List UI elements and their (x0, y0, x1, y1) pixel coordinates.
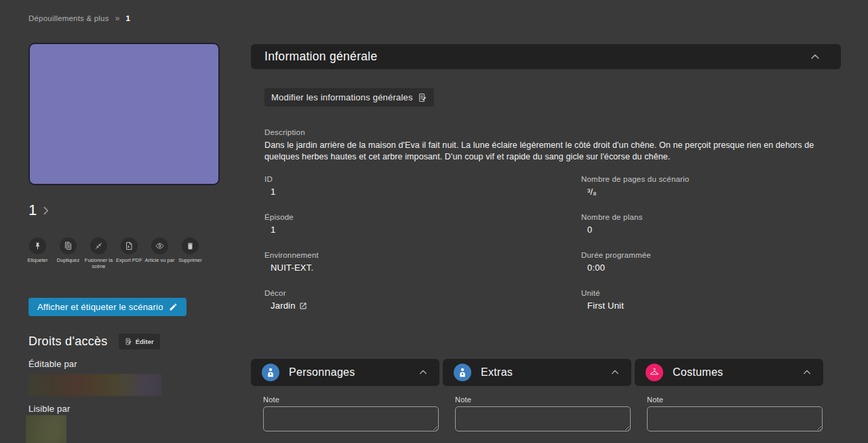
note-label: Note (647, 396, 823, 404)
view-and-tag-script-button[interactable]: Afficher et étiqueter le scénario (28, 298, 186, 316)
field-shot-count: Nombre de plans 0 (581, 213, 689, 251)
extras-panel: Extras Note (443, 359, 631, 434)
chevron-up-icon[interactable] (610, 367, 620, 378)
chevron-up-icon[interactable] (418, 367, 429, 378)
duplicate-button[interactable]: Dupliquez (53, 237, 83, 263)
scene-actions: Etiqueter Dupliquez Fusionner la scène (22, 237, 205, 269)
general-info-title: Information générale (264, 50, 378, 64)
scene-detail-page: Dépouillements & plus » 1 1 Etiqueter (0, 0, 868, 443)
costumes-note-input[interactable] (647, 406, 823, 431)
readable-by-users-image (26, 415, 66, 443)
characters-panel: Personnages Note (251, 359, 439, 434)
scene-title: 1 (28, 201, 37, 219)
set-link[interactable]: Jardin (271, 301, 296, 311)
hanger-icon (646, 364, 663, 381)
access-rights-title: Droits d'accès (28, 334, 108, 349)
field-id: ID 1 (264, 175, 319, 213)
costumes-panel: Costumes Note (635, 359, 823, 434)
delete-button[interactable]: Supprimer (175, 237, 205, 263)
pin-icon (29, 237, 46, 254)
trash-icon (182, 237, 199, 254)
eye-icon (151, 237, 168, 254)
extras-panel-header[interactable]: Extras (443, 359, 631, 386)
duplicate-icon (60, 237, 77, 254)
character-icon (262, 364, 279, 381)
character-icon (454, 364, 471, 381)
edit-document-icon (418, 93, 427, 102)
description-text: Dans le jardin arrière de la maison d'Ev… (264, 140, 822, 162)
field-environment: Environnement NUIT-EXT. (264, 251, 319, 289)
general-info-fields-right: Nombre de pages du scénario ³/₈ Nombre d… (581, 175, 689, 327)
field-unit: Unité First Unit (581, 289, 689, 327)
editable-by-users-image (28, 374, 161, 396)
merge-scene-button[interactable]: Fusionner la scène (83, 237, 114, 269)
pdf-icon: A (121, 237, 138, 254)
description-label: Description (264, 128, 305, 136)
breadcrumb-current: 1 (126, 14, 131, 22)
editable-by-label: Éditable par (28, 359, 77, 369)
chevron-up-icon[interactable] (809, 51, 821, 63)
field-set: Décor Jardin (264, 289, 319, 327)
breadcrumb-separator-icon: » (115, 14, 120, 23)
edit-access-rights-button[interactable]: Éditer (119, 334, 160, 349)
external-link-icon[interactable] (299, 302, 307, 310)
general-info-header[interactable]: Information générale (251, 44, 841, 69)
edit-document-icon (125, 338, 132, 345)
export-pdf-button[interactable]: A Export PDF (114, 237, 144, 263)
scene-thumbnail[interactable] (28, 43, 220, 185)
tag-button[interactable]: Etiqueter (22, 237, 53, 263)
chevron-up-icon[interactable] (802, 367, 812, 378)
breadcrumb-parent-link[interactable]: Dépouillements & plus (28, 14, 109, 22)
viewed-by-button[interactable]: Article vu par (144, 237, 175, 263)
field-script-pages: Nombre de pages du scénario ³/₈ (581, 175, 689, 213)
general-info-fields-left: ID 1 Épisode 1 Environnement NUIT-EXT. D… (264, 175, 319, 327)
chevron-right-icon[interactable] (40, 205, 52, 216)
breadcrumb: Dépouillements & plus » 1 (28, 14, 130, 23)
access-rights-header: Droits d'accès Éditer (28, 334, 160, 349)
field-episode: Épisode 1 (264, 213, 319, 251)
edit-general-info-button[interactable]: Modifier les informations générales (264, 88, 434, 107)
characters-note-input[interactable] (263, 406, 439, 431)
pencil-icon (169, 303, 178, 311)
merge-icon (90, 237, 107, 254)
scene-title-row: 1 (28, 201, 52, 219)
extras-note-input[interactable] (455, 406, 631, 431)
note-label: Note (455, 396, 631, 404)
costumes-panel-header[interactable]: Costumes (635, 359, 823, 386)
svg-text:A: A (127, 246, 130, 248)
note-label: Note (263, 396, 439, 404)
readable-by-label: Lisible par (28, 404, 70, 414)
characters-panel-header[interactable]: Personnages (251, 359, 439, 386)
field-scheduled-duration: Durée programmée 0:00 (581, 251, 689, 289)
